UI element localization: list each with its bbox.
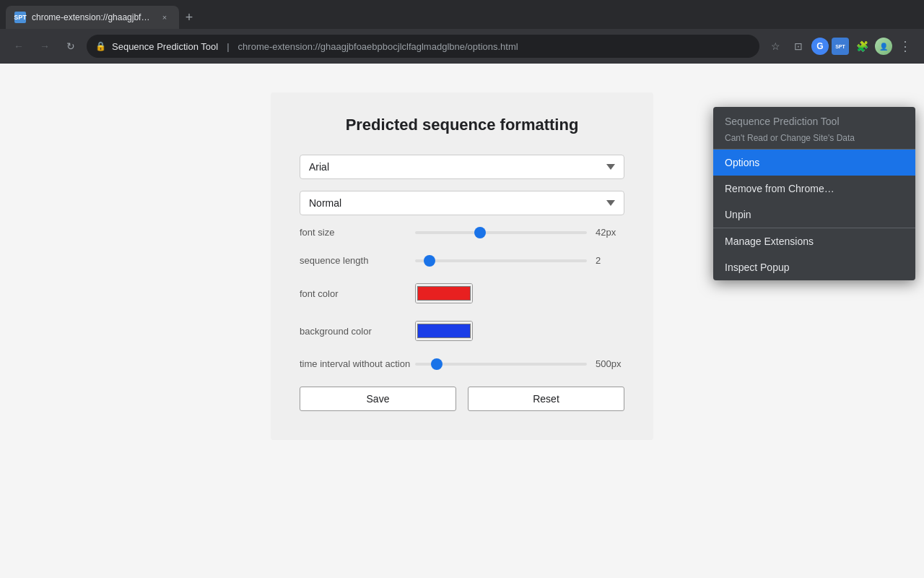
font-size-slider[interactable] — [415, 231, 587, 234]
active-tab[interactable]: SPT chrome-extension://ghaagjbfo… × — [6, 6, 179, 29]
sequence-length-slider[interactable] — [415, 259, 587, 262]
font-size-slider-wrap: 42px — [415, 227, 624, 238]
menu-item-manage-extensions[interactable]: Manage Extensions — [713, 228, 915, 254]
options-container: Predicted sequence formatting Arial Time… — [271, 92, 653, 440]
font-size-value: 42px — [596, 227, 624, 238]
menu-cant-read: Can't Read or Change Site's Data — [713, 130, 915, 149]
menu-item-remove[interactable]: Remove from Chrome… — [713, 176, 915, 202]
chrome-menu-button[interactable]: ⋮ — [895, 36, 915, 56]
font-color-input-wrap — [415, 283, 473, 303]
page-content: Predicted sequence formatting Arial Time… — [0, 64, 924, 578]
reset-button[interactable]: Reset — [468, 387, 624, 411]
save-button[interactable]: Save — [300, 387, 456, 411]
avatar[interactable]: 👤 — [875, 38, 892, 55]
sequence-length-label: sequence length — [300, 255, 415, 266]
back-icon: ← — [14, 40, 24, 52]
menu-item-inspect-popup[interactable]: Inspect Popup — [713, 254, 915, 280]
screenshot-button[interactable]: ⊡ — [788, 36, 808, 56]
new-tab-button[interactable]: + — [179, 7, 199, 27]
browser-frame: SPT chrome-extension://ghaagjbfo… × + ← … — [0, 0, 924, 578]
reload-icon: ↻ — [66, 40, 75, 52]
forward-icon: → — [40, 40, 50, 52]
sequence-length-group: sequence length 2 — [300, 255, 624, 266]
forward-button[interactable]: → — [35, 36, 55, 56]
tab-bar: SPT chrome-extension://ghaagjbfo… × + — [0, 0, 924, 29]
site-name: Sequence Prediction Tool — [112, 41, 218, 52]
weight-select-group: Normal Bold Italic Bold Italic — [300, 191, 624, 215]
bookmark-button[interactable]: ☆ — [765, 36, 785, 56]
tab-title: chrome-extension://ghaagjbfo… — [32, 12, 153, 22]
font-color-group: font color — [300, 283, 624, 303]
spt-extension-icon[interactable]: SPT — [832, 38, 849, 55]
font-size-group: font size 42px — [300, 227, 624, 238]
weight-select[interactable]: Normal Bold Italic Bold Italic — [300, 191, 624, 215]
font-select-group: Arial Times New Roman Courier New Verdan… — [300, 155, 624, 179]
button-row: Save Reset — [300, 387, 624, 411]
background-color-label: background color — [300, 326, 415, 337]
address-input[interactable]: 🔒 Sequence Prediction Tool | chrome-exte… — [87, 35, 759, 58]
font-select[interactable]: Arial Times New Roman Courier New Verdan… — [300, 155, 624, 179]
font-color-label: font color — [300, 288, 415, 299]
lock-icon: 🔒 — [95, 41, 106, 51]
tab-close-button[interactable]: × — [159, 12, 170, 23]
extensions-puzzle-button[interactable]: 🧩 — [852, 36, 872, 56]
background-color-group: background color — [300, 321, 624, 341]
menu-item-unpin[interactable]: Unpin — [713, 202, 915, 228]
toolbar-icons: ☆ ⊡ G SPT 🧩 👤 ⋮ — [765, 36, 915, 56]
menu-item-options[interactable]: Options — [713, 150, 915, 176]
menu-header: Sequence Prediction Tool — [713, 107, 915, 130]
address-bar: ← → ↻ 🔒 Sequence Prediction Tool | chrom… — [0, 29, 924, 64]
font-color-input[interactable] — [416, 283, 472, 303]
sequence-length-slider-wrap: 2 — [415, 255, 624, 266]
time-interval-label: time interval without action — [300, 358, 415, 369]
time-interval-group: time interval without action 500px — [300, 358, 624, 369]
context-menu: Sequence Prediction Tool Can't Read or C… — [713, 107, 915, 280]
menu-ext-name: Sequence Prediction Tool — [725, 116, 904, 127]
google-account-icon[interactable]: G — [811, 38, 829, 55]
tab-favicon: SPT — [14, 12, 26, 23]
page-title: Predicted sequence formatting — [300, 116, 624, 134]
background-color-input[interactable] — [416, 321, 472, 341]
time-interval-slider[interactable] — [415, 363, 587, 366]
reload-button[interactable]: ↻ — [61, 36, 81, 56]
background-color-input-wrap — [415, 321, 473, 341]
time-interval-slider-wrap: 500px — [415, 358, 624, 369]
time-interval-value: 500px — [596, 358, 624, 369]
address-separator: | — [227, 41, 229, 52]
back-button[interactable]: ← — [9, 36, 29, 56]
sequence-length-value: 2 — [596, 255, 624, 266]
address-url: chrome-extension://ghaagjbfoaebpbocjlclf… — [238, 41, 518, 52]
font-size-label: font size — [300, 227, 415, 238]
